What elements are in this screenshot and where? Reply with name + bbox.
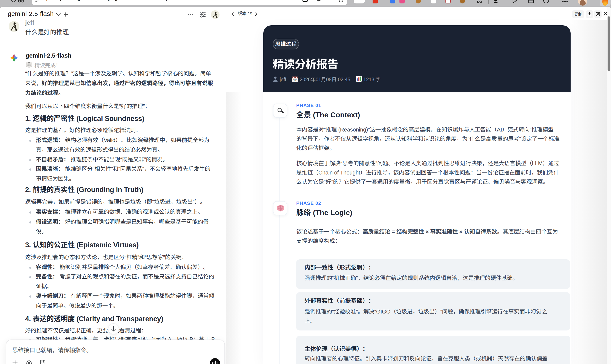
svg-text:17: 17 [293,78,297,82]
